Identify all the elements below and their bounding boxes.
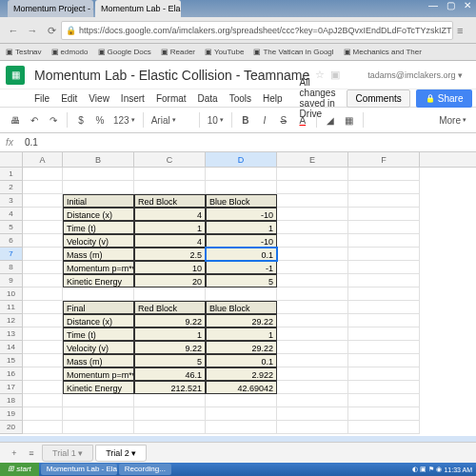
cell[interactable]: Mass (m) [63,248,134,261]
bookmark[interactable]: Testnav [6,48,42,56]
cell[interactable]: 4 [134,208,206,221]
cell[interactable] [348,341,420,354]
cell[interactable] [23,234,63,248]
bookmark[interactable]: Reader [161,48,195,56]
tray-icon[interactable]: ⚑ [428,466,434,473]
cell[interactable] [23,381,63,394]
menu-tools[interactable]: Tools [229,93,251,104]
bookmark[interactable]: Mechanics and Ther [344,48,422,56]
row-header[interactable]: 3 [0,194,23,208]
browser-tab[interactable]: Momentum Project - d× [8,0,93,17]
cell[interactable] [23,288,63,301]
row-header[interactable]: 17 [0,381,23,394]
cell[interactable]: 0.1 [206,354,277,367]
cell[interactable]: 4 [134,234,206,248]
menu-data[interactable]: Data [198,93,218,104]
cell[interactable]: Blue Block [206,301,277,314]
cell[interactable] [277,248,348,261]
cell[interactable] [277,181,348,194]
user-email[interactable]: tadams@imclakers.org ▾ [367,70,463,80]
maximize-icon[interactable]: ▢ [442,0,459,17]
cell[interactable]: 20 [134,274,206,288]
bookmark[interactable]: The Vatican in Googl [253,48,333,56]
cell[interactable] [348,314,420,327]
menu-view[interactable]: View [89,93,109,104]
cell[interactable] [277,301,348,314]
menu-icon[interactable]: ≡ [457,25,472,36]
cell[interactable] [23,168,63,181]
row-header[interactable]: 2 [0,181,23,194]
cell[interactable] [277,327,348,341]
cell[interactable]: -1 [206,261,277,274]
cell[interactable] [63,168,134,181]
cell[interactable] [277,194,348,208]
url-input[interactable]: 🔒https://docs.google.com/a/imclakers.org… [61,21,453,40]
cell[interactable] [348,354,420,367]
reload-icon[interactable]: ⟳ [44,23,59,38]
cell[interactable] [277,274,348,288]
row-header[interactable]: 19 [0,407,23,421]
percent-icon[interactable]: % [90,115,109,126]
menu-insert[interactable]: Insert [121,93,145,104]
clock[interactable]: 11:33 AM [444,466,472,473]
borders-icon[interactable]: ▦ [340,115,359,126]
cell[interactable]: 9.22 [134,341,206,354]
cell[interactable]: 5 [206,274,277,288]
bookmark[interactable]: edmodo [51,48,89,56]
cell[interactable] [23,341,63,354]
cell[interactable]: 10 [134,261,206,274]
row-header[interactable]: 9 [0,274,23,288]
cell[interactable] [63,407,134,421]
sheet-tab[interactable]: Trial 1 ▾ [42,445,93,462]
comments-button[interactable]: Comments [347,89,409,108]
col-header[interactable]: B [63,152,134,167]
tray-icon[interactable]: ◐ [412,466,418,473]
col-header[interactable]: A [23,152,63,167]
cell[interactable]: Red Block [134,194,206,208]
cell[interactable] [348,234,420,248]
cell[interactable] [277,407,348,421]
back-icon[interactable]: ← [6,23,21,38]
bookmark[interactable]: Google Docs [98,48,151,56]
browser-tab-active[interactable]: Momentum Lab - Elastic Colli× [95,0,181,17]
tray-icon[interactable]: ◉ [436,466,442,473]
select-all[interactable] [0,152,23,167]
cell[interactable]: Red Block [134,301,206,314]
cell[interactable] [277,421,348,434]
cell[interactable]: Distance (x) [63,314,134,327]
cell[interactable]: 42.69042 [206,381,277,394]
add-sheet-icon[interactable]: + [6,448,23,458]
cell[interactable]: Mass (m) [63,354,134,367]
cell[interactable] [348,327,420,341]
cell[interactable]: 1 [134,221,206,234]
italic-icon[interactable]: I [255,115,274,126]
row-header[interactable]: 11 [0,301,23,314]
cell[interactable] [348,421,420,434]
col-header[interactable]: D [206,152,277,167]
document-title[interactable]: Momentum Lab - Elastic Collision - Teamn… [34,68,309,83]
cell[interactable] [348,407,420,421]
text-color-icon[interactable]: A [293,115,312,126]
sheet-tab-active[interactable]: Trial 2 ▾ [95,445,147,462]
cell[interactable] [134,394,206,407]
cell[interactable] [23,181,63,194]
cell[interactable]: Blue Block [206,194,277,208]
col-header[interactable]: F [348,152,420,167]
cell[interactable] [348,168,420,181]
cell[interactable] [23,301,63,314]
minimize-icon[interactable]: — [425,0,442,17]
cell[interactable]: 1 [206,327,277,341]
cell[interactable] [277,234,348,248]
cell[interactable]: Velocity (v) [63,234,134,248]
bookmark[interactable]: YouTube [205,48,244,56]
redo-icon[interactable]: ↷ [44,115,63,126]
cell[interactable]: Distance (x) [63,208,134,221]
row-header[interactable]: 10 [0,288,23,301]
cell[interactable]: 212.521 [134,381,206,394]
spreadsheet-grid[interactable]: A B C D E F 123InitialRed BlockBlue Bloc… [0,152,476,436]
menu-file[interactable]: File [34,93,50,104]
cell[interactable] [348,194,420,208]
cell[interactable]: 29.22 [206,341,277,354]
cell[interactable] [23,274,63,288]
cell[interactable]: Kinetic Energy [63,381,134,394]
